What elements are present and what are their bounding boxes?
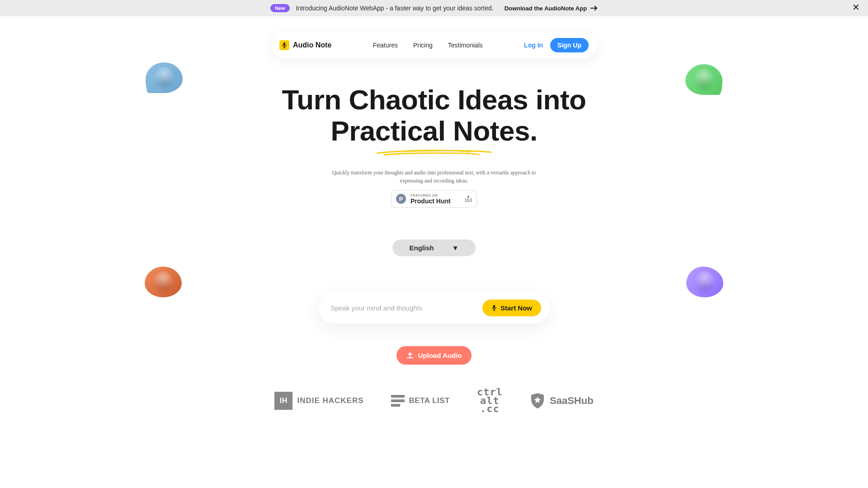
svg-rect-1	[493, 305, 495, 308]
download-app-label: Download the AudioNote App	[505, 5, 587, 12]
upload-audio-label: Upload Audio	[418, 352, 462, 359]
saashub-label: SaaSHub	[550, 395, 594, 407]
ph-small: FEATURED ON	[410, 193, 460, 197]
logo-beta-list: BETA LIST	[391, 395, 450, 407]
microphone-icon	[279, 40, 289, 50]
logo-ctrlalt: ctrl alt .cc	[477, 388, 503, 413]
close-icon[interactable]: ✕	[852, 3, 860, 12]
announcement-banner: New Introducing AudioNote WebApp - a fas…	[0, 0, 868, 16]
avatar-green	[685, 64, 722, 95]
avatar-orange	[145, 267, 182, 297]
press-logos: IH INDIE HACKERS BETA LIST ctrl alt .cc …	[0, 388, 868, 413]
beta-list-icon	[391, 395, 405, 407]
hero-subhead: Quickly transform your thoughts and audi…	[330, 169, 538, 185]
start-now-label: Start Now	[500, 304, 532, 312]
beta-list-label: BETA LIST	[409, 396, 450, 405]
hero-section: Turn Chaotic Ideas into Practical Notes.…	[0, 59, 868, 413]
ctrlalt-icon: ctrl alt .cc	[477, 388, 503, 413]
product-hunt-icon: P	[396, 194, 406, 204]
ph-upvote: ▲ 163	[464, 195, 472, 203]
avatar-blue	[146, 62, 183, 93]
arrow-right-icon	[590, 5, 598, 11]
microphone-icon	[491, 305, 497, 311]
logo-indie-hackers: IH INDIE HACKERS	[274, 392, 363, 410]
nav-features[interactable]: Features	[373, 42, 398, 49]
nav-auth: Log In Sign Up	[524, 38, 589, 52]
signup-button[interactable]: Sign Up	[550, 38, 589, 52]
login-link[interactable]: Log In	[524, 42, 543, 49]
underline-scribble-icon	[375, 149, 493, 157]
nav-pricing[interactable]: Pricing	[413, 42, 433, 49]
new-badge: New	[270, 4, 290, 12]
download-app-link[interactable]: Download the AudioNote App	[505, 5, 598, 12]
product-hunt-text: FEATURED ON Product Hunt	[410, 193, 460, 205]
indie-hackers-label: INDIE HACKERS	[297, 396, 363, 405]
brand-logo[interactable]: Audio Note	[279, 40, 331, 50]
upload-icon	[406, 352, 414, 359]
header-nav: Audio Note Features Pricing Testimonials…	[271, 32, 597, 59]
hero-title: Turn Chaotic Ideas into Practical Notes.	[0, 84, 868, 147]
hero-line1: Turn Chaotic Ideas into	[282, 84, 586, 115]
header-container: Audio Note Features Pricing Testimonials…	[0, 16, 868, 59]
ph-big: Product Hunt	[410, 197, 460, 205]
start-now-button[interactable]: Start Now	[482, 300, 541, 316]
banner-text: Introducing AudioNote WebApp - a faster …	[296, 5, 494, 12]
chevron-down-icon: ▼	[452, 244, 459, 252]
logo-saashub: SaaSHub	[530, 392, 594, 409]
nav-testimonials[interactable]: Testimonials	[448, 42, 483, 49]
product-hunt-badge[interactable]: P FEATURED ON Product Hunt ▲ 163	[391, 190, 477, 208]
svg-rect-0	[283, 42, 285, 46]
indie-hackers-icon: IH	[274, 392, 292, 410]
language-selector[interactable]: English ▼	[392, 239, 476, 256]
brand-name: Audio Note	[293, 41, 331, 49]
language-selected: English	[409, 244, 434, 252]
upload-audio-button[interactable]: Upload Audio	[396, 346, 472, 365]
shield-star-icon	[530, 392, 545, 409]
ph-upvote-count: 163	[464, 198, 472, 203]
nav-links: Features Pricing Testimonials	[373, 42, 483, 49]
avatar-purple	[686, 267, 723, 297]
hero-line2: Practical Notes.	[330, 115, 537, 146]
speak-input-bar: Start Now	[319, 292, 549, 324]
speak-input[interactable]	[330, 304, 482, 312]
